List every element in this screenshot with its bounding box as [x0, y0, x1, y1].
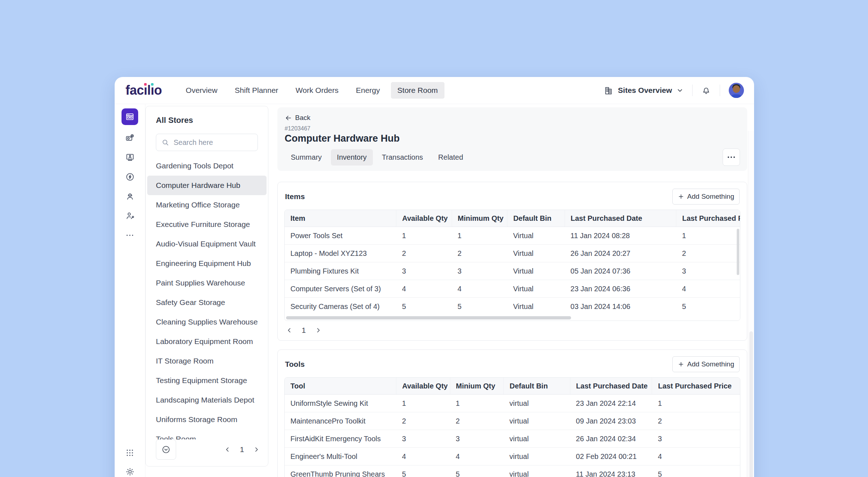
items-prev-page-button[interactable]: [286, 327, 293, 334]
divider: [692, 85, 693, 96]
cell: 26 Jan 2024 02:34: [570, 430, 652, 448]
user-avatar[interactable]: [729, 83, 744, 98]
next-page-button[interactable]: [253, 446, 260, 453]
store-list-item[interactable]: Paint Supplies Warehouse: [147, 273, 267, 293]
col-minium-qty: Minium Qty: [450, 378, 504, 395]
tools-table-row[interactable]: FirstAidKit Emergency Tools 3 3 virtual …: [285, 430, 740, 448]
tools-table-row[interactable]: GreenThumb Pruning Shears 5 5 virtual 11…: [285, 465, 740, 477]
energy-bolt-icon: [125, 172, 135, 182]
store-list-item[interactable]: Safety Gear Storage: [147, 293, 267, 312]
settings-button[interactable]: [125, 467, 135, 477]
cell: 03 Jan 2024 14:06: [565, 298, 676, 315]
rail-item-energy[interactable]: [125, 167, 135, 186]
store-list-item[interactable]: Laboratory Equipment Room: [147, 332, 267, 351]
items-table-row[interactable]: Security Cameras (Set of 4) 5 5 Virtual …: [285, 298, 740, 315]
store-list-item[interactable]: Executive Furniture Storage: [147, 215, 267, 234]
cell: virtual: [504, 412, 570, 430]
cell: 5: [652, 465, 740, 477]
store-search[interactable]: [156, 134, 258, 151]
app-body: All Stores Gardening Tools Depot Compute…: [115, 104, 754, 477]
items-table-row[interactable]: Power Tools Set 1 1 Virtual 11 Jan 2024 …: [285, 227, 740, 245]
logo-text: o: [154, 83, 162, 98]
site-selector[interactable]: Sites Overview: [604, 86, 684, 95]
apps-grid-button[interactable]: [125, 448, 135, 457]
cell: Laptop - Model XYZ123: [285, 245, 396, 262]
cell: 1: [396, 395, 450, 412]
tools-table-row[interactable]: UniformStyle Sewing Kit 1 1 virtual 23 J…: [285, 395, 740, 412]
nav-item-shift-planner[interactable]: Shift Planner: [228, 82, 285, 99]
chevron-down-icon: [676, 87, 684, 94]
tab-inventory[interactable]: Inventory: [331, 149, 373, 166]
cell: Computer Servers (Set of 3): [285, 280, 396, 298]
col-last-purchased-price: Last Purchased Price: [652, 378, 740, 395]
tools-table: Tool Available Qty Minium Qty Default Bi…: [284, 377, 740, 477]
main-nav: Overview Shift Planner Work Orders Energ…: [179, 82, 444, 99]
back-button[interactable]: Back: [285, 114, 310, 122]
store-list-item[interactable]: IT Storage Room: [147, 351, 267, 371]
items-table-row[interactable]: Laptop - Model XYZ123 2 2 Virtual 26 Jan…: [285, 245, 740, 262]
store-list-item[interactable]: Testing Equipment Storage: [147, 371, 267, 390]
store-list-item[interactable]: Uniforms Storage Room: [147, 410, 267, 429]
tools-table-row[interactable]: MaintenancePro Toolkit 2 2 virtual 09 Ja…: [285, 412, 740, 430]
cell: 09 Jan 2024 23:03: [570, 412, 652, 430]
ellipsis-icon: [125, 231, 135, 240]
rail-item-workforce[interactable]: [125, 186, 135, 206]
brand-logo[interactable]: facılıo: [125, 83, 162, 98]
rail-item-dashboard[interactable]: [122, 108, 138, 128]
items-next-page-button[interactable]: [315, 327, 322, 334]
col-minimum-qty: Minimum Qty: [452, 210, 507, 227]
tab-related[interactable]: Related: [432, 149, 469, 166]
collapse-panel-button[interactable]: [156, 439, 176, 460]
arrow-left-icon: [285, 114, 292, 122]
store-list-item[interactable]: Landscaping Materials Depot: [147, 390, 267, 410]
items-vertical-scrollbar[interactable]: [737, 229, 739, 275]
nav-item-overview[interactable]: Overview: [179, 82, 224, 99]
rail-item-procurement[interactable]: [125, 128, 135, 147]
store-list-item[interactable]: Cleaning Supplies Warehouse: [147, 312, 267, 332]
nav-item-energy[interactable]: Energy: [349, 82, 387, 99]
items-pagination: 1: [286, 326, 740, 335]
cell: 2: [452, 245, 507, 262]
items-hscroll-thumb[interactable]: [286, 316, 571, 319]
notifications-button[interactable]: [701, 86, 711, 95]
items-add-label: Add Something: [687, 193, 734, 201]
stores-panel-head: All Stores: [146, 106, 268, 151]
items-card: Items Add Something Item Av: [277, 182, 747, 341]
items-page-number[interactable]: 1: [302, 326, 306, 335]
rail-item-workspace[interactable]: [125, 147, 135, 167]
cell: 23 Jan 2024 06:36: [565, 280, 676, 298]
cell: virtual: [504, 465, 570, 477]
circle-chevron-down-icon: [161, 445, 171, 454]
stores-panel-title: All Stores: [156, 116, 258, 125]
rail-item-technician[interactable]: [125, 206, 135, 225]
store-search-input[interactable]: [173, 138, 270, 147]
store-list-item[interactable]: Audio-Visual Equipment Vault: [147, 234, 267, 254]
tools-add-button[interactable]: Add Something: [672, 356, 740, 372]
record-id: #1203467: [285, 125, 740, 132]
store-list-item[interactable]: Marketing Office Storage: [147, 195, 267, 215]
tab-summary[interactable]: Summary: [285, 149, 328, 166]
items-card-head: Items Add Something: [284, 187, 740, 205]
page-number[interactable]: 1: [240, 445, 244, 454]
store-list-item-selected[interactable]: Computer Hardware Hub: [147, 176, 267, 195]
store-list-item[interactable]: Engineering Equipment Hub: [147, 254, 267, 273]
store-list: Gardening Tools Depot Computer Hardware …: [146, 156, 268, 439]
window-scrollbar-thumb[interactable]: [749, 331, 753, 477]
store-list-item[interactable]: Gardening Tools Depot: [147, 156, 267, 176]
more-actions-button[interactable]: [723, 149, 740, 166]
tools-table-row[interactable]: Engineer's Multi-Tool 4 4 virtual 02 Feb…: [285, 448, 740, 465]
cell: 3: [676, 262, 740, 280]
items-table-row[interactable]: Plumbing Fixtures Kit 3 3 Virtual 05 Jan…: [285, 262, 740, 280]
rail-item-more[interactable]: [125, 225, 135, 245]
nav-item-work-orders[interactable]: Work Orders: [289, 82, 345, 99]
items-add-button[interactable]: Add Something: [672, 189, 740, 205]
plus-icon: [678, 361, 684, 368]
tab-transactions[interactable]: Transactions: [376, 149, 429, 166]
items-table-row[interactable]: Computer Servers (Set of 3) 4 4 Virtual …: [285, 280, 740, 298]
nav-item-store-room[interactable]: Store Room: [391, 82, 444, 99]
window-scrollbar: [748, 131, 754, 477]
cell: 1: [450, 395, 504, 412]
prev-page-button[interactable]: [224, 446, 231, 453]
store-list-item[interactable]: Tools Room: [147, 429, 267, 439]
cell: MaintenancePro Toolkit: [285, 412, 396, 430]
